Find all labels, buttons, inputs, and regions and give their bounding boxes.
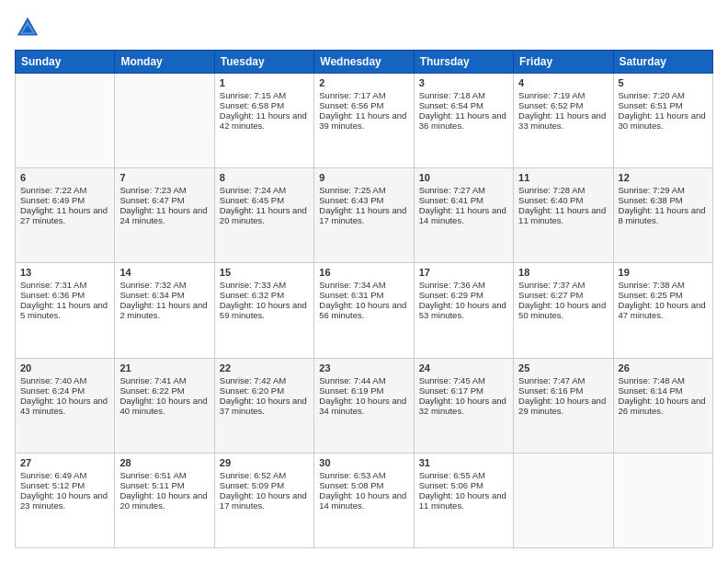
day-info: Sunset: 6:43 PM <box>319 195 408 205</box>
day-info: Daylight: 11 hours and 36 minutes. <box>419 110 508 131</box>
calendar-cell: 10Sunrise: 7:27 AMSunset: 6:41 PMDayligh… <box>414 168 513 263</box>
day-info: Sunrise: 7:22 AM <box>20 185 109 195</box>
calendar-cell: 5Sunrise: 7:20 AMSunset: 6:51 PMDaylight… <box>613 74 712 168</box>
calendar-cell: 2Sunrise: 7:17 AMSunset: 6:56 PMDaylight… <box>314 74 414 168</box>
day-info: Daylight: 10 hours and 34 minutes. <box>319 396 408 416</box>
day-info: Sunset: 6:29 PM <box>419 290 508 300</box>
day-info: Sunrise: 7:37 AM <box>518 280 608 290</box>
col-header-sunday: Sunday <box>16 51 115 74</box>
day-info: Daylight: 11 hours and 33 minutes. <box>518 110 608 131</box>
day-number: 14 <box>119 267 209 278</box>
calendar-cell: 24Sunrise: 7:45 AMSunset: 6:17 PMDayligh… <box>414 358 513 453</box>
day-info: Sunrise: 7:32 AM <box>119 280 209 290</box>
day-info: Sunrise: 7:27 AM <box>419 185 508 195</box>
day-info: Daylight: 10 hours and 47 minutes. <box>619 300 708 320</box>
day-number: 19 <box>619 267 708 278</box>
day-info: Daylight: 11 hours and 11 minutes. <box>518 205 608 225</box>
day-number: 31 <box>419 457 508 468</box>
day-info: Daylight: 11 hours and 14 minutes. <box>419 205 508 225</box>
day-info: Sunset: 6:31 PM <box>319 290 408 300</box>
calendar-cell: 30Sunrise: 6:53 AMSunset: 5:08 PMDayligh… <box>314 453 414 547</box>
day-info: Sunset: 6:17 PM <box>419 385 508 396</box>
day-info: Sunrise: 7:23 AM <box>119 185 209 195</box>
day-info: Sunset: 5:12 PM <box>20 480 109 490</box>
day-info: Daylight: 10 hours and 56 minutes. <box>319 300 408 320</box>
day-info: Sunset: 6:36 PM <box>20 290 109 300</box>
col-header-friday: Friday <box>514 51 613 74</box>
day-number: 6 <box>20 172 109 183</box>
day-info: Sunset: 6:24 PM <box>20 385 109 396</box>
day-info: Sunset: 6:32 PM <box>220 290 309 300</box>
calendar-cell: 16Sunrise: 7:34 AMSunset: 6:31 PMDayligh… <box>314 263 414 358</box>
day-info: Sunrise: 7:34 AM <box>319 280 408 290</box>
day-info: Sunrise: 6:52 AM <box>220 470 309 480</box>
day-number: 1 <box>220 77 309 88</box>
day-info: Sunset: 6:52 PM <box>518 100 608 110</box>
page: SundayMondayTuesdayWednesdayThursdayFrid… <box>0 0 728 563</box>
day-number: 2 <box>319 77 408 88</box>
day-info: Daylight: 11 hours and 5 minutes. <box>20 300 109 320</box>
day-info: Sunrise: 7:38 AM <box>619 280 708 290</box>
day-number: 26 <box>619 362 708 373</box>
calendar-header-row: SundayMondayTuesdayWednesdayThursdayFrid… <box>16 51 713 74</box>
day-info: Daylight: 11 hours and 2 minutes. <box>119 300 209 320</box>
day-number: 15 <box>220 267 309 278</box>
day-info: Sunset: 6:51 PM <box>619 100 708 110</box>
header <box>15 15 713 40</box>
calendar-cell: 26Sunrise: 7:48 AMSunset: 6:14 PMDayligh… <box>613 358 712 453</box>
calendar-cell: 29Sunrise: 6:52 AMSunset: 5:09 PMDayligh… <box>214 453 313 547</box>
day-info: Sunset: 6:58 PM <box>220 100 309 110</box>
calendar-cell: 25Sunrise: 7:47 AMSunset: 6:16 PMDayligh… <box>514 358 613 453</box>
day-info: Daylight: 11 hours and 20 minutes. <box>220 205 309 225</box>
day-number: 24 <box>419 362 508 373</box>
calendar-cell: 14Sunrise: 7:32 AMSunset: 6:34 PMDayligh… <box>115 263 214 358</box>
day-info: Daylight: 10 hours and 17 minutes. <box>220 490 309 511</box>
day-number: 27 <box>20 457 109 468</box>
day-info: Sunset: 5:08 PM <box>319 480 408 490</box>
calendar-week-4: 27Sunrise: 6:49 AMSunset: 5:12 PMDayligh… <box>16 453 713 547</box>
calendar-week-3: 20Sunrise: 7:40 AMSunset: 6:24 PMDayligh… <box>16 358 713 453</box>
day-info: Daylight: 11 hours and 27 minutes. <box>20 205 109 225</box>
calendar-cell: 11Sunrise: 7:28 AMSunset: 6:40 PMDayligh… <box>514 168 613 263</box>
day-info: Sunrise: 6:49 AM <box>20 470 109 480</box>
day-number: 29 <box>220 457 309 468</box>
day-info: Sunrise: 7:25 AM <box>319 185 408 195</box>
day-info: Daylight: 11 hours and 39 minutes. <box>319 110 408 131</box>
day-number: 17 <box>419 267 508 278</box>
day-number: 4 <box>518 77 608 88</box>
calendar-cell <box>613 453 712 547</box>
day-info: Sunrise: 7:33 AM <box>220 280 309 290</box>
day-info: Daylight: 11 hours and 24 minutes. <box>119 205 209 225</box>
day-number: 12 <box>619 172 708 183</box>
day-info: Sunset: 5:09 PM <box>220 480 309 490</box>
calendar-cell: 8Sunrise: 7:24 AMSunset: 6:45 PMDaylight… <box>214 168 313 263</box>
day-number: 23 <box>319 362 408 373</box>
day-info: Sunrise: 7:47 AM <box>518 375 608 385</box>
day-info: Sunset: 6:25 PM <box>619 290 708 300</box>
day-info: Sunset: 6:14 PM <box>619 385 708 396</box>
calendar-cell: 6Sunrise: 7:22 AMSunset: 6:49 PMDaylight… <box>16 168 115 263</box>
calendar-cell: 3Sunrise: 7:18 AMSunset: 6:54 PMDaylight… <box>414 74 513 168</box>
calendar-cell <box>115 74 214 168</box>
day-info: Daylight: 10 hours and 29 minutes. <box>518 396 608 416</box>
day-info: Sunrise: 7:44 AM <box>319 375 408 385</box>
day-info: Sunset: 6:22 PM <box>119 385 209 396</box>
day-info: Sunrise: 7:31 AM <box>20 280 109 290</box>
day-info: Sunrise: 7:24 AM <box>220 185 309 195</box>
calendar-cell: 13Sunrise: 7:31 AMSunset: 6:36 PMDayligh… <box>16 263 115 358</box>
day-number: 22 <box>220 362 309 373</box>
day-info: Sunset: 5:06 PM <box>419 480 508 490</box>
calendar-cell: 23Sunrise: 7:44 AMSunset: 6:19 PMDayligh… <box>314 358 414 453</box>
calendar-week-1: 6Sunrise: 7:22 AMSunset: 6:49 PMDaylight… <box>16 168 713 263</box>
calendar-table: SundayMondayTuesdayWednesdayThursdayFrid… <box>15 50 713 548</box>
calendar-cell: 28Sunrise: 6:51 AMSunset: 5:11 PMDayligh… <box>115 453 214 547</box>
day-number: 16 <box>319 267 408 278</box>
day-number: 28 <box>119 457 209 468</box>
day-info: Sunset: 6:41 PM <box>419 195 508 205</box>
day-info: Sunset: 6:49 PM <box>20 195 109 205</box>
day-info: Daylight: 11 hours and 30 minutes. <box>619 110 708 131</box>
day-number: 13 <box>20 267 109 278</box>
day-info: Sunrise: 7:18 AM <box>419 90 508 100</box>
day-number: 10 <box>419 172 508 183</box>
day-info: Daylight: 10 hours and 53 minutes. <box>419 300 508 320</box>
